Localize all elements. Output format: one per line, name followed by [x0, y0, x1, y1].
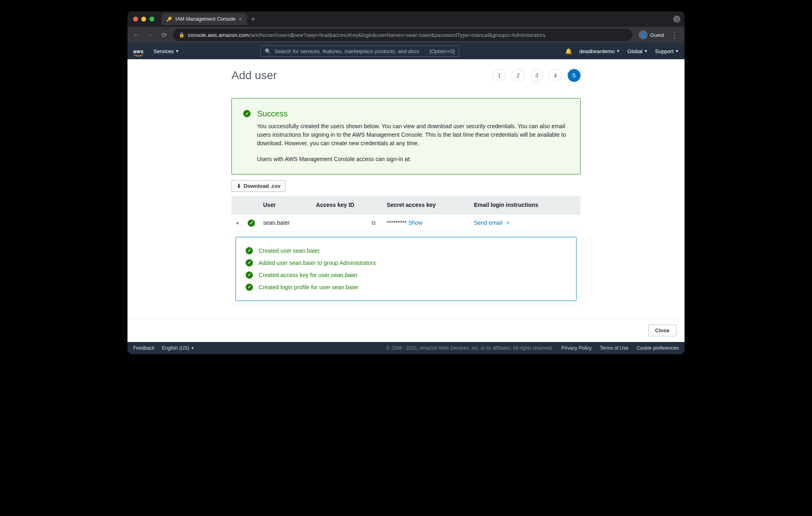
title-row: Add user 1 2 3 4 5 [231, 69, 581, 82]
col-email: Email login instructions [470, 196, 581, 214]
send-email-link[interactable]: Send email ↗ [474, 219, 510, 226]
search-placeholder: Search for services, features, marketpla… [274, 48, 419, 54]
step-3[interactable]: 3 [530, 69, 543, 82]
caret-down-icon: ▼ [616, 49, 620, 53]
browser-chrome: 🔑 IAM Management Console × + ⌄ ← → ⟳ 🔒 c… [127, 11, 685, 43]
profile-label: Guest [650, 32, 664, 38]
new-tab-button[interactable]: + [251, 15, 255, 24]
event-item: ✓ Created access key for user sean.baier [246, 269, 566, 281]
browser-tabbar: 🔑 IAM Management Console × + ⌄ [127, 11, 685, 27]
tab-title: IAM Management Console [175, 16, 235, 22]
language-menu[interactable]: English (US) ▼ [162, 345, 194, 351]
region-label: Global [627, 48, 643, 54]
caret-down-icon: ▼ [175, 49, 179, 53]
aws-header: aws Services ▼ 🔍 Search for services, fe… [127, 43, 685, 59]
support-menu[interactable]: Support ▼ [655, 48, 679, 54]
profile-chip[interactable]: 👤 Guest [639, 30, 664, 39]
event-check-icon: ✓ [246, 259, 253, 267]
event-text: Created access key for user sean.baier [259, 272, 358, 278]
creation-events-box: ✓ Created user sean.baier ✓ Added user s… [235, 237, 577, 301]
col-status [244, 196, 259, 214]
support-label: Support [655, 48, 674, 54]
caret-down-icon: ▼ [644, 49, 648, 53]
event-check-icon: ✓ [246, 271, 253, 279]
caret-down-icon: ▼ [675, 49, 679, 53]
aws-footer: Feedback English (US) ▼ © 2008 - 2021, A… [127, 342, 685, 354]
account-label: deadbeardemo [579, 48, 615, 54]
event-text: Created login profile for user sean.baie… [259, 284, 358, 290]
download-label: Download .csv [244, 183, 281, 189]
content: Add user 1 2 3 4 5 ✓ Success You success… [231, 59, 581, 318]
url-path: /iam/home#/users$new?step=final&accessKe… [249, 32, 546, 38]
browser-window: 🔑 IAM Management Console × + ⌄ ← → ⟳ 🔒 c… [127, 11, 685, 354]
cookie-link[interactable]: Cookie preferences [637, 345, 679, 351]
window-zoom-icon[interactable] [149, 17, 154, 22]
url-host: console.aws.amazon.com [188, 32, 249, 38]
action-bar: Close [127, 318, 685, 342]
table-row: ▼ ✓ sean.baier ⧉ ********* Show Send e [231, 214, 581, 232]
nav-back-button[interactable]: ← [132, 31, 141, 39]
success-check-icon: ✓ [243, 110, 251, 117]
event-item: ✓ Added user sean.baier to group Adminis… [246, 257, 566, 269]
success-paragraph-2: Users with AWS Management Console access… [257, 155, 569, 163]
services-label: Services [153, 48, 174, 54]
browser-menu-button[interactable]: ⋮ [668, 30, 680, 39]
nav-forward-button[interactable]: → [145, 31, 155, 39]
aws-search-input[interactable]: 🔍 Search for services, features, marketp… [260, 45, 459, 57]
copy-access-key-icon[interactable]: ⧉ [371, 219, 376, 226]
account-menu[interactable]: deadbeardemo ▼ [579, 48, 620, 54]
show-secret-link[interactable]: Show [408, 219, 423, 226]
privacy-link[interactable]: Privacy Policy [561, 345, 592, 351]
nav-reload-button[interactable]: ⟳ [159, 31, 169, 39]
window-minimize-icon[interactable] [141, 17, 146, 22]
event-text: Added user sean.baier to group Administr… [259, 260, 376, 266]
table-header-row: User Access key ID Secret access key Ema… [231, 196, 581, 214]
col-secret: Secret access key [383, 196, 470, 214]
event-item: ✓ Created login profile for user sean.ba… [246, 281, 566, 293]
tab-close-icon[interactable]: × [239, 16, 242, 22]
tab-overflow-icon[interactable]: ⌄ [673, 15, 680, 23]
search-icon: 🔍 [265, 48, 271, 54]
page-title: Add user [231, 69, 277, 82]
table-details-row: ✓ Created user sean.baier ✓ Added user s… [231, 232, 581, 306]
secret-masked: ********* [387, 219, 407, 226]
window-close-icon[interactable] [133, 17, 138, 22]
copyright-text: © 2008 - 2021, Amazon Web Services, Inc.… [386, 345, 553, 351]
feedback-link[interactable]: Feedback [133, 345, 155, 351]
aws-logo[interactable]: aws [133, 48, 144, 54]
event-check-icon: ✓ [246, 284, 253, 291]
caret-down-icon: ▼ [191, 346, 194, 350]
notifications-icon[interactable]: 🔔 [565, 48, 572, 54]
step-1[interactable]: 1 [493, 69, 506, 82]
wizard-stepper: 1 2 3 4 5 [493, 69, 581, 82]
send-email-label: Send email [474, 219, 502, 226]
cell-username: sean.baier [259, 214, 312, 232]
download-icon: ⬇ [237, 183, 241, 189]
region-menu[interactable]: Global ▼ [627, 48, 648, 54]
avatar-icon: 👤 [639, 30, 648, 39]
services-menu[interactable]: Services ▼ [153, 48, 179, 54]
success-paragraph-1: You successfully created the users shown… [257, 122, 569, 148]
step-2[interactable]: 2 [512, 69, 525, 82]
browser-tab[interactable]: 🔑 IAM Management Console × [162, 13, 247, 25]
row-status-icon: ✓ [248, 219, 255, 227]
terms-link[interactable]: Terms of Use [600, 345, 628, 351]
search-shortcut: [Option+S] [430, 48, 455, 54]
row-expand-toggle[interactable]: ▼ [235, 221, 240, 226]
event-text: Created user sean.baier [259, 247, 320, 254]
lock-icon: 🔒 [179, 32, 185, 38]
step-4[interactable]: 4 [549, 69, 562, 82]
col-user: User [259, 196, 312, 214]
close-button[interactable]: Close [648, 325, 676, 336]
download-csv-button[interactable]: ⬇ Download .csv [231, 180, 286, 192]
address-bar[interactable]: 🔒 console.aws.amazon.com/iam/home#/users… [173, 29, 632, 41]
tab-favicon-icon: 🔑 [166, 16, 172, 22]
step-5[interactable]: 5 [568, 69, 581, 82]
page: Add user 1 2 3 4 5 ✓ Success You success… [127, 59, 685, 342]
window-controls [133, 17, 154, 22]
success-heading: Success [257, 108, 288, 120]
col-expand [231, 196, 244, 214]
event-check-icon: ✓ [246, 247, 253, 254]
event-item: ✓ Created user sean.baier [246, 245, 566, 257]
external-link-icon: ↗ [505, 220, 510, 226]
